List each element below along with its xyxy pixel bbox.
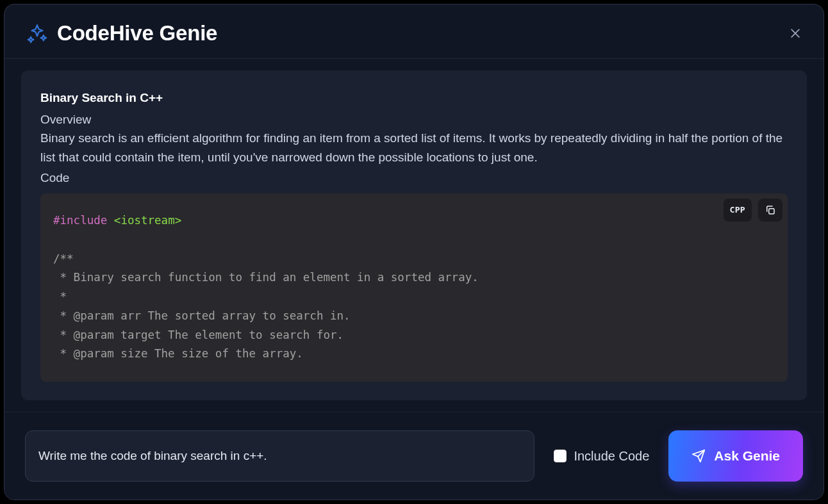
code-comment-line: /** (53, 252, 74, 265)
code-lang-badge: CPP (724, 199, 752, 222)
code-comment-line: * @param arr The sorted array to search … (53, 309, 351, 322)
code-comment-line: * Binary search function to find an elem… (53, 271, 479, 284)
response-title: Binary Search in C++ (40, 88, 788, 108)
header-left: CodeHive Genie (26, 21, 217, 45)
ask-genie-button[interactable]: Ask Genie (668, 430, 803, 482)
genie-modal: CodeHive Genie Binary Search in C++ Over… (4, 4, 824, 500)
include-code-checkbox[interactable] (554, 450, 567, 462)
footer: Include Code Ask Genie (4, 412, 824, 500)
code-badges: CPP (724, 199, 782, 222)
code-comment-line: * (53, 290, 67, 303)
prompt-input[interactable] (38, 449, 521, 463)
close-button[interactable] (786, 24, 804, 42)
overview-label: Overview (40, 110, 788, 129)
code-label: Code (40, 168, 788, 188)
send-icon (691, 449, 706, 463)
overview-text: Binary search is an efficient algorithm … (40, 129, 788, 167)
code-include-keyword: #include (53, 214, 107, 227)
code-comment-line: * @param size The size of the array. (53, 347, 303, 360)
prompt-input-wrap[interactable] (25, 430, 534, 482)
code-include-target: <iostream> (114, 214, 181, 227)
svg-rect-2 (769, 209, 774, 214)
sparkle-icon (26, 22, 48, 44)
code-comment-line: * @param target The element to search fo… (53, 329, 344, 341)
modal-header: CodeHive Genie (4, 4, 824, 59)
response-box[interactable]: Binary Search in C++ Overview Binary sea… (21, 70, 807, 400)
content-area: Binary Search in C++ Overview Binary sea… (4, 59, 824, 412)
ask-genie-label: Ask Genie (714, 448, 780, 464)
code-content: #include <iostream> /** * Binary search … (53, 211, 775, 364)
modal-title: CodeHive Genie (57, 21, 217, 45)
include-code-label: Include Code (574, 449, 649, 464)
copy-code-button[interactable] (758, 199, 782, 222)
include-code-toggle[interactable]: Include Code (554, 449, 649, 464)
code-block: CPP #include <iostream> /** * Binary sea… (40, 193, 788, 382)
